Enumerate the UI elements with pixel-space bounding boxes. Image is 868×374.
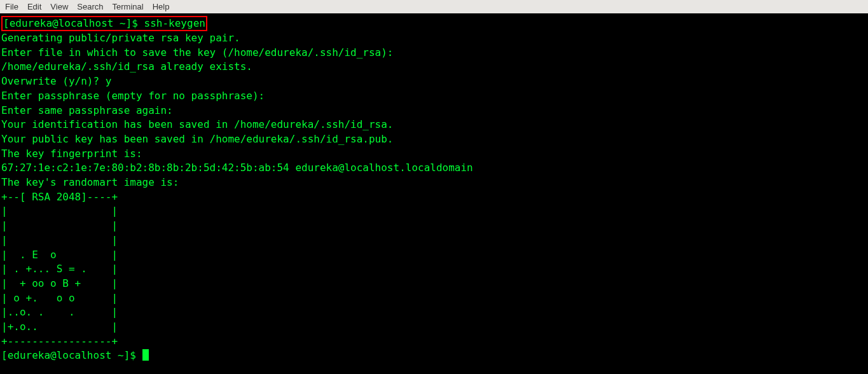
terminal-output-line: | | — [1, 205, 118, 217]
terminal-output-line: Enter passphrase (empty for no passphras… — [1, 90, 265, 102]
terminal-output-line: The key fingerprint is: — [1, 148, 142, 160]
shell-prompt: [edureka@localhost ~]$ — [3, 17, 138, 29]
terminal-output-line: | | — [1, 234, 118, 246]
entered-command: ssh-keygen — [144, 17, 205, 29]
terminal-output-line: Overwrite (y/n)? y — [1, 75, 111, 87]
terminal-output-line: | . +... S = . | — [1, 263, 118, 275]
terminal-output-line: +-----------------+ — [1, 335, 118, 347]
terminal-output-line: 67:27:1e:c2:1e:7e:80:b2:8b:8b:2b:5d:42:5… — [1, 162, 473, 174]
terminal-viewport[interactable]: [edureka@localhost ~]$ ssh-keygen Genera… — [0, 13, 868, 374]
terminal-output-line: | | — [1, 219, 118, 232]
terminal-output-line: Enter same passphrase again: — [1, 104, 173, 116]
terminal-output-line: +--[ RSA 2048]----+ — [1, 191, 118, 203]
terminal-output-line: |+.o.. | — [1, 321, 118, 333]
terminal-output-line: Generating public/private rsa key pair. — [1, 32, 240, 44]
cursor-icon — [142, 349, 149, 361]
terminal-output-line: Your public key has been saved in /home/… — [1, 133, 394, 145]
menu-file[interactable]: File — [5, 2, 18, 11]
terminal-output-line: | o +. o o | — [1, 292, 118, 304]
menu-view[interactable]: View — [50, 2, 68, 11]
menu-terminal[interactable]: Terminal — [113, 2, 144, 11]
terminal-output-line: /home/edureka/.ssh/id_rsa already exists… — [1, 60, 252, 73]
terminal-output-line: | + oo o B + | — [1, 277, 118, 289]
terminal-output-line: The key's randomart image is: — [1, 176, 179, 188]
terminal-output-line: Your identification has been saved in /h… — [1, 118, 394, 130]
terminal-output-line: Enter file in which to save the key (/ho… — [1, 46, 394, 59]
terminal-output-line: |..o. . . | — [1, 306, 118, 318]
menu-search[interactable]: Search — [77, 2, 103, 11]
highlighted-command-line: [edureka@localhost ~]$ ssh-keygen — [1, 16, 207, 31]
shell-prompt: [edureka@localhost ~]$ — [1, 349, 136, 361]
menu-edit[interactable]: Edit — [27, 2, 41, 11]
menu-help[interactable]: Help — [153, 2, 170, 11]
terminal-output-line: | . E o | — [1, 249, 118, 261]
menubar: File Edit View Search Terminal Help — [0, 0, 868, 13]
